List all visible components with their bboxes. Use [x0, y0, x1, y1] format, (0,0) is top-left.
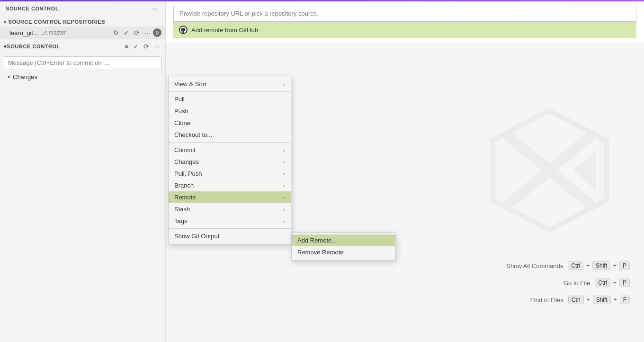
more-options-btn[interactable]: ···: [150, 4, 160, 13]
plus-icon: +: [613, 262, 617, 269]
plus-icon: +: [614, 297, 617, 303]
sidebar-header: SOURCE CONTROL ···: [0, 0, 165, 17]
menu-item-remote[interactable]: Remote ›: [169, 191, 291, 203]
shortcut-label: Go to File: [564, 279, 590, 287]
checkmark-btn[interactable]: ✓: [122, 28, 131, 37]
kbd-shift: Shift: [592, 261, 610, 270]
menu-item-commit[interactable]: Commit ›: [169, 144, 291, 156]
changes-chevron-icon: ▾: [8, 74, 10, 80]
menu-item-show-git-output[interactable]: Show Git Output: [169, 230, 291, 242]
submenu-arrow-icon: ›: [283, 183, 285, 189]
menu-item-branch[interactable]: Branch ›: [169, 180, 291, 191]
svg-marker-3: [573, 151, 596, 190]
refresh-sc-btn[interactable]: ⟳: [142, 42, 151, 51]
menu-item-label: Push: [174, 108, 188, 115]
shortcut-find-in-files: Find in Files Ctrl + Shift + F: [530, 296, 630, 304]
submenu-item-label: Remove Remote: [297, 249, 344, 256]
vscode-watermark: [483, 104, 616, 238]
submenu-item-remove-remote[interactable]: Remove Remote: [292, 246, 395, 258]
menu-item-label: Clone: [174, 119, 190, 126]
changes-row[interactable]: ▾ Changes: [0, 72, 165, 82]
commit-message-input[interactable]: [4, 56, 161, 69]
shortcuts-area: Show All Commands Ctrl + Shift + P Go to…: [506, 261, 630, 304]
submenu-arrow-icon: ›: [283, 207, 285, 212]
stage-all-btn[interactable]: ≡: [123, 42, 130, 51]
shortcut-show-all: Show All Commands Ctrl + Shift + P: [506, 261, 630, 270]
submenu-arrow-icon: ›: [283, 218, 285, 224]
repo-actions: ↻ ✓ ⟳ ··· 0: [111, 28, 161, 37]
menu-separator-1: [169, 91, 291, 92]
repositories-section-header[interactable]: ▾ SOURCE CONTROL REPOSITORIES: [0, 17, 165, 27]
menu-item-label: Pull, Push: [174, 170, 202, 177]
menu-item-label: Checkout to...: [174, 131, 212, 138]
branch-icon: ⎇: [41, 30, 47, 36]
menu-item-clone[interactable]: Clone: [169, 117, 291, 129]
kbd-ctrl: Ctrl: [568, 296, 584, 304]
submenu-item-add-remote[interactable]: Add Remote...: [292, 234, 395, 246]
shortcut-label: Show All Commands: [506, 262, 563, 270]
menu-item-label: Remote: [174, 194, 196, 201]
repo-row[interactable]: learn_git... ⎇ master ↻ ✓ ⟳ ··· 0: [0, 27, 165, 39]
sync-remote-btn[interactable]: ↻: [111, 28, 121, 37]
sc-section-header: ▾ SOURCE CONTROL ≡ ✓ ⟳ ···: [0, 39, 165, 54]
plus-icon: +: [587, 297, 590, 303]
submenu-arrow-icon: ›: [283, 159, 285, 165]
add-remote-github-btn[interactable]: Add remote from GitHub: [173, 21, 636, 38]
kbd-shift: Shift: [593, 296, 611, 304]
kbd-p: P: [619, 279, 630, 287]
submenu-arrow-icon: ›: [283, 147, 285, 153]
remote-submenu: Add Remote... Remove Remote: [291, 232, 395, 261]
sc-section-title: SOURCE CONTROL: [7, 44, 123, 49]
more-repo-btn[interactable]: ···: [143, 28, 152, 37]
menu-item-label: Show Git Output: [174, 233, 219, 240]
github-icon: [179, 26, 188, 34]
kbd-ctrl: Ctrl: [595, 279, 610, 287]
menu-item-changes[interactable]: Changes ›: [169, 156, 291, 168]
kbd-ctrl: Ctrl: [568, 261, 583, 270]
sidebar-title: SOURCE CONTROL: [6, 6, 59, 11]
context-menu: View & Sort › Pull Push Clone Checkout t…: [168, 76, 291, 244]
menu-item-push[interactable]: Push: [169, 105, 291, 117]
kbd-f: F: [620, 296, 630, 304]
submenu-arrow-icon: ›: [283, 171, 285, 177]
submenu-arrow-icon: ›: [283, 81, 285, 87]
menu-item-label: Branch: [174, 182, 194, 189]
menu-item-pull-push[interactable]: Pull, Push ›: [169, 168, 291, 180]
menu-item-stash[interactable]: Stash ›: [169, 203, 291, 215]
branch-name: master: [49, 29, 66, 36]
top-bar: Add remote from GitHub: [166, 0, 644, 44]
menu-item-tags[interactable]: Tags ›: [169, 215, 291, 227]
refresh-btn[interactable]: ⟳: [132, 28, 142, 37]
submenu-item-label: Add Remote...: [297, 237, 337, 244]
branch-info: ⎇ master: [41, 29, 66, 36]
sc-actions: ≡ ✓ ⟳ ···: [123, 42, 161, 51]
menu-item-label: Tags: [174, 217, 187, 225]
commit-btn[interactable]: ✓: [131, 42, 141, 51]
menu-separator-3: [169, 228, 291, 229]
menu-item-checkout[interactable]: Checkout to...: [169, 129, 291, 141]
menu-item-label: Pull: [174, 96, 185, 103]
repo-name: learn_git...: [9, 29, 38, 36]
kbd-p: P: [619, 261, 630, 270]
plus-icon: +: [613, 279, 617, 286]
plus-icon: +: [586, 262, 590, 269]
github-btn-label: Add remote from GitHub: [191, 27, 258, 34]
changes-label: Changes: [13, 73, 37, 81]
badge: 0: [153, 28, 161, 37]
menu-item-pull[interactable]: Pull: [169, 93, 291, 105]
repo-url-input[interactable]: [173, 6, 636, 21]
menu-item-label: View & Sort: [174, 81, 206, 88]
more-sc-btn[interactable]: ···: [152, 42, 161, 51]
sidebar: SOURCE CONTROL ··· ▾ SOURCE CONTROL REPO…: [0, 0, 166, 342]
repositories-section-label: SOURCE CONTROL REPOSITORIES: [9, 19, 106, 25]
shortcut-go-to-file: Go to File Ctrl + P: [564, 279, 630, 287]
menu-item-label: Changes: [174, 158, 199, 165]
menu-item-label: Commit: [174, 146, 196, 153]
chevron-down-icon: ▾: [4, 19, 7, 25]
menu-item-label: Stash: [174, 206, 190, 213]
menu-item-view-sort[interactable]: View & Sort ›: [169, 78, 291, 90]
sidebar-header-actions: ···: [150, 4, 160, 13]
shortcut-label: Find in Files: [530, 297, 564, 304]
submenu-arrow-icon: ›: [283, 195, 285, 200]
menu-separator-2: [169, 142, 291, 143]
